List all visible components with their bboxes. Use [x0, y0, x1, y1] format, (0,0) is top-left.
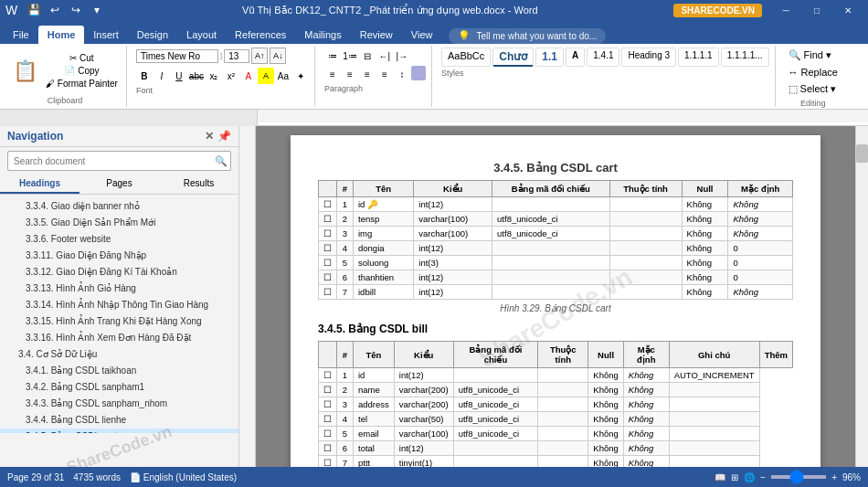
- bill-col-num: #: [337, 342, 354, 368]
- underline-btn[interactable]: U: [171, 68, 187, 84]
- save-qa-btn[interactable]: 💾: [25, 1, 43, 19]
- copy-btn[interactable]: 📄 Copy: [43, 65, 121, 77]
- clear-format-btn[interactable]: ✦: [292, 68, 309, 84]
- sidebar-tab-results[interactable]: Results: [159, 175, 238, 194]
- redo-qa-btn[interactable]: ↪: [67, 1, 85, 19]
- style-normal[interactable]: AaBbCc: [441, 48, 491, 67]
- zoom-in-btn[interactable]: +: [831, 472, 837, 482]
- font-family-selector[interactable]: Times New Ro: [136, 49, 218, 63]
- sidebar-nav-item-6[interactable]: 3.3.14. Hình Ảnh Nhập Thông Tin Giao Hàn…: [0, 297, 238, 313]
- sidebar-nav-item-2[interactable]: 3.3.6. Footer website: [0, 231, 238, 248]
- customize-qa-btn[interactable]: ▾: [88, 1, 106, 19]
- sidebar-nav-item-7[interactable]: 3.3.15. Hình Ảnh Trang Khi Đặt Hàng Xong: [0, 313, 238, 330]
- zoom-out-btn[interactable]: −: [760, 472, 766, 482]
- col-null: Null: [682, 181, 728, 197]
- strikethrough-btn[interactable]: abc: [188, 68, 205, 84]
- table-row: ☐3addressvarchar(200)utf8_unicode_ciKhôn…: [319, 397, 793, 412]
- view-web-btn[interactable]: 🌐: [744, 472, 755, 482]
- style-A[interactable]: A: [566, 48, 585, 67]
- undo-qa-btn[interactable]: ↩: [46, 1, 64, 19]
- decrease-indent-btn[interactable]: ←|: [376, 48, 393, 64]
- format-painter-btn[interactable]: 🖌 Format Painter: [43, 78, 121, 90]
- status-right: 📖 ⊞ 🌐 − + 96%: [715, 472, 861, 482]
- bill-col-notes: Ghi chú: [669, 342, 759, 368]
- bold-btn[interactable]: B: [136, 68, 153, 84]
- sidebar-close-btn[interactable]: ✕: [205, 130, 214, 143]
- select-btn[interactable]: ⬚Select ▾: [785, 81, 842, 97]
- right-scrollbar[interactable]: [855, 126, 868, 467]
- cut-btn[interactable]: ✂ Cut: [43, 52, 121, 64]
- superscript-btn[interactable]: x²: [223, 68, 239, 84]
- multilevel-btn[interactable]: ⊟: [359, 48, 376, 64]
- sidebar-tab-headings[interactable]: Headings: [0, 175, 79, 194]
- numbering-btn[interactable]: 1≔: [342, 48, 358, 64]
- sidebar-nav-item-3[interactable]: 3.3.11. Giao Diện Đăng Nhập: [0, 248, 238, 264]
- paste-btn[interactable]: 📋: [9, 58, 41, 85]
- line-spacing-btn[interactable]: ↕: [394, 66, 410, 82]
- sidebar-search-btn[interactable]: 🔍: [212, 152, 230, 170]
- minimize-btn[interactable]: ─: [771, 0, 800, 20]
- clipboard-label: Clipboard: [48, 96, 83, 105]
- subscript-btn[interactable]: x₂: [206, 68, 222, 84]
- sidebar-nav-item-1[interactable]: 3.3.5. Giao Diện Sản Phẩm Mới: [0, 215, 238, 231]
- sidebar-search-input[interactable]: [8, 154, 212, 168]
- view-read-btn[interactable]: 📖: [715, 472, 725, 482]
- bill-col-attr: Thuộc tính: [538, 342, 588, 368]
- sharecode-logo[interactable]: SHARECODE.VN: [673, 4, 762, 17]
- sidebar-nav-item-9[interactable]: 3.4. Cơ Sở Dữ Liệu: [0, 346, 238, 363]
- justify-btn[interactable]: ≡: [376, 66, 393, 82]
- close-btn[interactable]: ✕: [833, 0, 863, 20]
- italic-btn[interactable]: I: [153, 68, 170, 84]
- view-print-btn[interactable]: ⊞: [731, 472, 738, 482]
- tab-home[interactable]: Home: [38, 26, 85, 44]
- col-type: Kiểu: [414, 181, 492, 197]
- tell-me-search[interactable]: 💡 Tell me what you want to do...: [449, 28, 606, 44]
- tab-review[interactable]: Review: [351, 26, 402, 44]
- sidebar-nav-item-11[interactable]: 3.4.2. Bảng CSDL sanpham1: [0, 379, 238, 396]
- align-center-btn[interactable]: ≡: [342, 66, 358, 82]
- shading-btn[interactable]: [411, 66, 426, 80]
- highlight-btn[interactable]: A: [258, 68, 274, 84]
- style-1-4-1[interactable]: 1.4.1: [587, 48, 619, 67]
- tab-view[interactable]: View: [402, 26, 442, 44]
- text-color-btn[interactable]: A: [240, 68, 257, 84]
- maximize-btn[interactable]: □: [802, 0, 831, 20]
- sidebar-tab-pages[interactable]: Pages: [79, 175, 159, 194]
- align-left-btn[interactable]: ≡: [324, 66, 341, 82]
- tab-design[interactable]: Design: [128, 26, 177, 44]
- sidebar-nav-item-8[interactable]: 3.3.16. Hình Ảnh Xem Đơn Hàng Đã Đặt: [0, 330, 238, 346]
- tab-insert[interactable]: Insert: [84, 26, 128, 44]
- style-heading3[interactable]: Heading 3: [621, 48, 676, 67]
- style-heading1[interactable]: Chươ: [492, 48, 534, 67]
- sidebar-nav-item-10[interactable]: 3.4.1. Bảng CSDL taikhoan: [0, 363, 238, 379]
- tab-references[interactable]: References: [226, 26, 295, 44]
- font-case-btn[interactable]: Aa: [275, 68, 291, 84]
- sidebar-nav-item-4[interactable]: 3.3.12. Giao Diện Đăng Kí Tài Khoản: [0, 264, 238, 281]
- tab-layout[interactable]: Layout: [177, 26, 226, 44]
- style-heading5[interactable]: 1.1.1.1...: [721, 48, 769, 67]
- replace-btn[interactable]: ↔Replace: [785, 65, 842, 79]
- font-size-decrease-btn[interactable]: A↓: [270, 48, 286, 64]
- doc-area[interactable]: ShareCode.vn 3.4.5. Bảng CSDL cart # Tên…: [256, 126, 855, 467]
- style-1-1[interactable]: 1.1: [535, 48, 564, 67]
- tell-me-text: Tell me what you want to do...: [476, 31, 597, 41]
- doc-scroll[interactable]: ShareCode.vn 3.4.5. Bảng CSDL cart # Tên…: [256, 126, 855, 467]
- sidebar-nav-item-0[interactable]: 3.3.4. Giao diện banner nhỏ: [0, 198, 238, 215]
- sidebar-nav-item-5[interactable]: 3.3.13. Hình Ảnh Giỏ Hàng: [0, 281, 238, 297]
- sidebar-search-box: 🔍: [7, 151, 231, 171]
- tab-file[interactable]: File: [4, 26, 38, 44]
- sidebar-nav: 3.3.4. Giao diện banner nhỏ3.3.5. Giao D…: [0, 195, 238, 433]
- scroll-thumb[interactable]: [856, 144, 868, 163]
- zoom-slider[interactable]: [771, 475, 826, 479]
- find-btn[interactable]: 🔍Find ▾: [785, 48, 842, 63]
- align-right-btn[interactable]: ≡: [359, 66, 376, 82]
- font-size-increase-btn[interactable]: A↑: [251, 48, 268, 64]
- table-row: ☐4dongiaint(12)Không0: [319, 241, 793, 256]
- tab-mailings[interactable]: Mailings: [295, 26, 350, 44]
- font-size-input[interactable]: 13: [224, 49, 249, 63]
- sidebar-pin-btn[interactable]: 📌: [217, 130, 231, 143]
- style-1111[interactable]: 1.1.1.1: [678, 48, 719, 67]
- language-indicator[interactable]: 📄 English (United States): [130, 472, 237, 482]
- increase-indent-btn[interactable]: |→: [394, 48, 410, 64]
- bullets-btn[interactable]: ≔: [324, 48, 341, 64]
